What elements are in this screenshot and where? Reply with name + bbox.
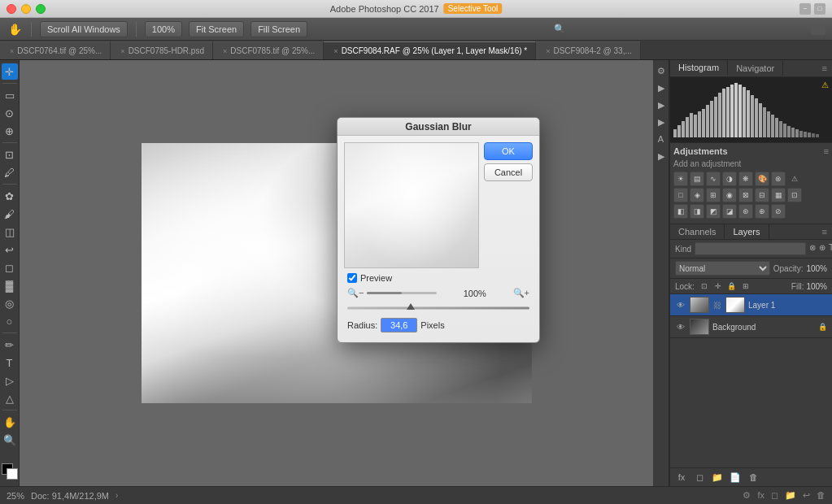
minimize-button[interactable] [21,4,31,14]
status-icon-6[interactable]: 🗑 [817,490,825,501]
tool-zoom[interactable]: 🔍 [2,432,18,448]
navigator-tab[interactable]: Navigator [728,61,783,76]
mini-panel-btn-2[interactable]: ▶ [654,80,669,95]
foreground-background-colors[interactable] [2,463,18,480]
tool-rectangle-select[interactable]: ▭ [2,87,18,103]
tool-eyedropper[interactable]: 🖊 [2,164,18,180]
tool-crop[interactable]: ⊡ [2,146,18,163]
radius-input[interactable] [381,318,417,332]
lock-artboard-icon[interactable]: ⊞ [740,280,751,292]
panel-toggle-icon[interactable] [811,24,825,35]
ok-button[interactable]: OK [484,142,533,160]
layer-item-background[interactable]: 👁 Background 🔒 [670,316,832,338]
mini-panel-btn-5[interactable]: A [654,132,669,146]
adjustments-menu-icon[interactable]: ≡ [824,146,829,156]
filter-type-icon[interactable]: ⊗ [809,243,816,254]
fit-screen-button[interactable]: Fit Screen [189,21,244,37]
tool-lasso[interactable]: ⊙ [2,105,18,121]
adj-r3[interactable]: ◨ [690,204,704,219]
adj-brightness[interactable]: ☀ [673,172,688,186]
adj-selective-color[interactable]: ◧ [673,204,688,219]
adj-colorsearch[interactable]: ◉ [722,188,737,202]
mini-panel-btn-1[interactable]: ⚙ [654,63,669,78]
status-icon-3[interactable]: ◻ [771,490,778,501]
tool-quick-select[interactable]: ⊕ [2,123,18,139]
maximize-button[interactable] [36,4,46,14]
tool-stamp[interactable]: ◫ [2,224,18,240]
mini-panel-btn-6[interactable]: ▶ [654,149,669,163]
adj-r8[interactable]: ⊘ [771,204,786,219]
tab-1[interactable]: × DSCF0785-HDR.psd [111,41,213,59]
adj-photofilter[interactable]: ◈ [690,188,704,202]
lock-all-icon[interactable]: 🔒 [726,280,738,292]
tab-0[interactable]: × DSCF0764.tif @ 25%... [0,41,111,59]
hand-tool-icon[interactable]: ✋ [7,21,23,37]
zoom-slider[interactable] [367,292,437,294]
search-icon[interactable]: 🔍 [552,22,567,37]
lock-pixels-icon[interactable]: ⊡ [699,280,710,292]
zoom-out-icon[interactable]: 🔍− [347,288,364,298]
zoom-in-icon[interactable]: 🔍+ [513,288,529,298]
close-button[interactable] [7,4,16,14]
channels-tab[interactable]: Channels [670,224,725,239]
adj-r7[interactable]: ⊕ [755,204,769,219]
preview-checkbox[interactable] [347,273,357,283]
new-group-icon[interactable]: 📁 [711,471,724,484]
mini-panel-btn-3[interactable]: ▶ [654,98,669,112]
blend-mode-select[interactable]: Normal [675,261,770,276]
adj-hsl[interactable]: 🎨 [755,172,769,186]
tab-close-2[interactable]: × [223,47,227,55]
background-color[interactable] [7,468,18,480]
adj-curves[interactable]: ∿ [706,172,721,186]
tab-close-3[interactable]: × [333,47,338,55]
tab-3[interactable]: × DSCF9084.RAF @ 25% (Layer 1, Layer Mas… [324,41,536,59]
tab-close-0[interactable]: × [10,47,14,55]
adj-levels[interactable]: ▤ [690,172,704,186]
histogram-tab[interactable]: Histogram [670,60,728,76]
traffic-lights[interactable] [0,4,46,14]
tab-4[interactable]: × DSCF9084-2 @ 33,... [536,41,641,59]
adj-invert[interactable]: ⊠ [738,188,753,202]
status-icon-5[interactable]: ↩ [803,490,810,501]
adj-gradient-map[interactable]: ⊡ [787,188,802,202]
tool-brush[interactable]: 🖌 [2,206,18,222]
adj-colorbal[interactable]: ⊗ [771,172,786,186]
add-layer-style-icon[interactable]: fx [675,471,688,484]
layers-tab[interactable]: Layers [725,224,769,239]
tab-close-4[interactable]: × [546,47,550,55]
background-visibility-icon[interactable]: 👁 [675,321,686,332]
status-icon-4[interactable]: 📁 [785,490,796,501]
zoom-100-button[interactable]: 100% [145,21,182,37]
tool-hand[interactable]: ✋ [2,414,18,430]
window-buttons[interactable]: − □ [799,3,832,15]
tool-heal[interactable]: ✿ [2,188,18,204]
tool-shape[interactable]: △ [2,390,18,406]
status-arrow[interactable]: › [115,491,118,500]
tool-blur[interactable]: ◎ [2,295,18,311]
layer1-visibility-icon[interactable]: 👁 [675,299,686,311]
window-btn-2[interactable]: □ [814,3,825,15]
tool-gradient[interactable]: ▓ [2,277,18,293]
adj-r6[interactable]: ⊛ [738,204,753,219]
scroll-all-windows-button[interactable]: Scroll All Windows [40,21,128,37]
adj-bw[interactable]: □ [673,188,688,202]
window-btn-1[interactable]: − [799,3,811,15]
filter-text-icon[interactable]: T [829,243,832,254]
tab-close-1[interactable]: × [120,47,124,55]
adj-mixer[interactable]: ⊞ [706,188,721,202]
adj-vibrance[interactable]: ❋ [738,172,753,186]
layers-menu-icon[interactable]: ≡ [817,224,832,239]
delete-layer-icon[interactable]: 🗑 [747,471,760,484]
blur-slider[interactable] [347,303,529,313]
tool-text[interactable]: T [2,354,18,371]
new-layer-icon[interactable]: 📄 [729,471,742,484]
adj-r5[interactable]: ◪ [722,204,737,219]
layer1-link-icon[interactable]: ⛓ [712,300,722,310]
adj-threshold[interactable]: ▦ [771,188,786,202]
adj-exposure[interactable]: ◑ [722,172,737,186]
kind-search-input[interactable] [695,242,806,255]
tool-path-select[interactable]: ▷ [2,372,18,389]
tool-move[interactable]: ✛ [2,63,18,80]
tool-dodge[interactable]: ○ [2,313,18,329]
layer-item-layer1[interactable]: 👁 ⛓ Layer 1 [670,294,832,316]
